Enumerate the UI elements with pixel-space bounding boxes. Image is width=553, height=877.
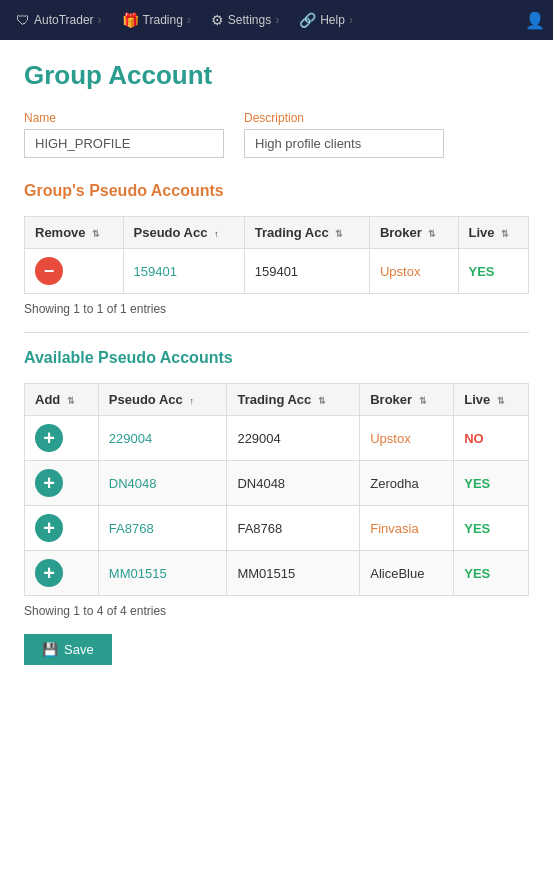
sort-icon-live: ⇅ (501, 229, 509, 239)
pseudo-accounts-section-title: Group's Pseudo Accounts (24, 182, 529, 200)
col-live: Live ⇅ (458, 217, 528, 249)
table-row: + FA8768 FA8768 Finvasia YES (25, 506, 529, 551)
add-cell: + (25, 416, 99, 461)
nav-sep-1: › (98, 13, 102, 27)
avail-pseudo-acc-cell: DN4048 (98, 461, 227, 506)
settings-icon: ⚙ (211, 12, 224, 28)
col-avail-pseudo-acc: Pseudo Acc ↑ (98, 384, 227, 416)
broker-cell: Upstox (369, 249, 458, 294)
pseudo-acc-cell: 159401 (123, 249, 244, 294)
avail-broker-cell: Upstox (360, 416, 454, 461)
live-cell: YES (458, 249, 528, 294)
available-accounts-section-title: Available Pseudo Accounts (24, 349, 529, 367)
col-trading-acc: Trading Acc ⇅ (244, 217, 369, 249)
avail-live-cell: YES (454, 506, 529, 551)
avail-pseudo-acc-cell: 229004 (98, 416, 227, 461)
avail-pseudo-acc-cell: FA8768 (98, 506, 227, 551)
avail-live-cell: YES (454, 551, 529, 596)
sort-icon-add: ⇅ (67, 396, 75, 406)
nav-label-trading: Trading (143, 13, 183, 27)
avail-live-cell: NO (454, 416, 529, 461)
avail-broker-cell: AliceBlue (360, 551, 454, 596)
add-button[interactable]: + (35, 559, 63, 587)
col-pseudo-acc: Pseudo Acc ↑ (123, 217, 244, 249)
nav-label-help: Help (320, 13, 345, 27)
nav-sep-3: › (275, 13, 279, 27)
divider-1 (24, 332, 529, 333)
avail-live-cell: YES (454, 461, 529, 506)
table-row: + DN4048 DN4048 Zerodha YES (25, 461, 529, 506)
avail-pseudo-acc-cell: MM01515 (98, 551, 227, 596)
table-row: − 159401 159401 Upstox YES (25, 249, 529, 294)
table-row: + 229004 229004 Upstox NO (25, 416, 529, 461)
sort-icon-remove: ⇅ (92, 229, 100, 239)
avail-trading-acc-cell: DN4048 (227, 461, 360, 506)
sort-icon-avail-broker: ⇅ (419, 396, 427, 406)
sort-icon-avail-trading: ⇅ (318, 396, 326, 406)
name-field-group: Name (24, 111, 224, 158)
avail-trading-acc-cell: MM01515 (227, 551, 360, 596)
nav-item-autotrader[interactable]: 🛡 AutoTrader › (8, 6, 110, 34)
avail-pseudo-acc-link[interactable]: MM01515 (109, 566, 167, 581)
save-label: Save (64, 642, 94, 657)
avail-trading-acc-cell: FA8768 (227, 506, 360, 551)
available-accounts-table-header-row: Add ⇅ Pseudo Acc ↑ Trading Acc ⇅ Broker … (25, 384, 529, 416)
col-add: Add ⇅ (25, 384, 99, 416)
add-button[interactable]: + (35, 469, 63, 497)
avail-broker-cell: Zerodha (360, 461, 454, 506)
sort-icon-broker: ⇅ (428, 229, 436, 239)
col-avail-trading-acc: Trading Acc ⇅ (227, 384, 360, 416)
remove-button[interactable]: − (35, 257, 63, 285)
navbar: 🛡 AutoTrader › 🎁 Trading › ⚙ Settings › … (0, 0, 553, 40)
sort-icon-pseudo-acc: ↑ (214, 229, 219, 239)
avail-pseudo-acc-link[interactable]: FA8768 (109, 521, 154, 536)
sort-icon-avail-pseudo: ↑ (189, 396, 194, 406)
form-row: Name Description (24, 111, 529, 158)
pseudo-accounts-entries: Showing 1 to 1 of 1 entries (24, 302, 529, 316)
avail-pseudo-acc-link[interactable]: 229004 (109, 431, 152, 446)
name-input[interactable] (24, 129, 224, 158)
nav-item-settings[interactable]: ⚙ Settings › (203, 6, 287, 34)
save-button[interactable]: 💾 Save (24, 634, 112, 665)
add-cell: + (25, 506, 99, 551)
available-accounts-table: Add ⇅ Pseudo Acc ↑ Trading Acc ⇅ Broker … (24, 383, 529, 596)
remove-cell: − (25, 249, 124, 294)
trading-acc-cell: 159401 (244, 249, 369, 294)
autotrader-icon: 🛡 (16, 12, 30, 28)
add-button[interactable]: + (35, 514, 63, 542)
help-icon: 🔗 (299, 12, 316, 28)
description-input[interactable] (244, 129, 444, 158)
avail-trading-acc-cell: 229004 (227, 416, 360, 461)
table-row: + MM01515 MM01515 AliceBlue YES (25, 551, 529, 596)
col-broker: Broker ⇅ (369, 217, 458, 249)
nav-item-trading[interactable]: 🎁 Trading › (114, 6, 199, 34)
name-label: Name (24, 111, 224, 125)
add-button[interactable]: + (35, 424, 63, 452)
add-cell: + (25, 461, 99, 506)
avail-pseudo-acc-link[interactable]: DN4048 (109, 476, 157, 491)
sort-icon-avail-live: ⇅ (497, 396, 505, 406)
nav-label-autotrader: AutoTrader (34, 13, 94, 27)
sort-icon-trading-acc: ⇅ (335, 229, 343, 239)
pseudo-accounts-table: Remove ⇅ Pseudo Acc ↑ Trading Acc ⇅ Brok… (24, 216, 529, 294)
col-avail-live: Live ⇅ (454, 384, 529, 416)
page-title: Group Account (24, 60, 529, 91)
save-icon: 💾 (42, 642, 58, 657)
nav-sep-4: › (349, 13, 353, 27)
main-content: Group Account Name Description Group's P… (0, 40, 553, 685)
trading-icon: 🎁 (122, 12, 139, 28)
nav-sep-2: › (187, 13, 191, 27)
col-avail-broker: Broker ⇅ (360, 384, 454, 416)
user-icon[interactable]: 👤 (525, 11, 545, 30)
description-field-group: Description (244, 111, 444, 158)
col-remove: Remove ⇅ (25, 217, 124, 249)
pseudo-accounts-table-header-row: Remove ⇅ Pseudo Acc ↑ Trading Acc ⇅ Brok… (25, 217, 529, 249)
avail-broker-cell: Finvasia (360, 506, 454, 551)
pseudo-acc-link[interactable]: 159401 (134, 264, 177, 279)
nav-label-settings: Settings (228, 13, 271, 27)
add-cell: + (25, 551, 99, 596)
available-accounts-entries: Showing 1 to 4 of 4 entries (24, 604, 529, 618)
nav-item-help[interactable]: 🔗 Help › (291, 6, 361, 34)
description-label: Description (244, 111, 444, 125)
